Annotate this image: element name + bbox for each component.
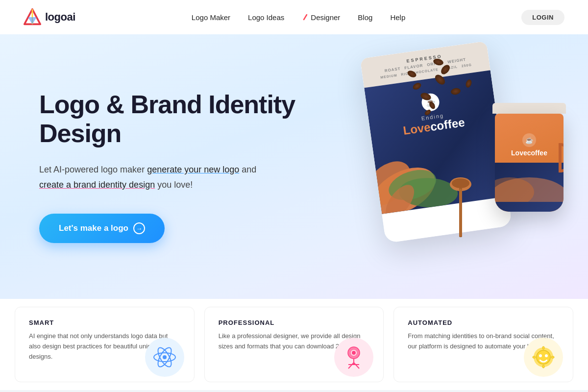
cta-button[interactable]: Let's make a logo → [39,214,165,243]
bag-logo-area: ☕ Ending Lovecoffee [375,81,489,142]
feature-smart-tag: SMART [29,319,180,326]
login-button[interactable]: LOGIN [521,10,564,25]
svg-rect-12 [459,188,462,237]
coffee-scoop [446,174,475,245]
cup-logo: ☕ Lovecoffee [495,133,564,157]
gear-face-icon [530,344,557,370]
feature-card-professional: PROFESSIONAL Like a professional designe… [204,307,384,382]
cup-body: ☕ Lovecoffee [495,114,564,212]
nav-logo-ideas[interactable]: Logo Ideas [248,13,284,22]
feature-card-automated: AUTOMATED From matching identities to on… [393,307,573,382]
feature-auto-icon-area [524,338,563,377]
svg-point-10 [452,178,469,188]
cup-lid [492,103,566,114]
hero-section: Logo & Brand Identity Design Let AI-powe… [0,34,588,299]
features-section: SMART AI engine that not only understand… [0,299,588,390]
svg-line-3 [304,15,307,20]
feature-smart-icon-area [145,338,184,377]
svg-rect-33 [551,356,554,358]
cup-handle [559,143,564,172]
svg-line-23 [348,363,354,368]
hero-link-brand[interactable]: create a brand identity design [39,180,155,190]
bag-body: ☕ Ending Lovecoffee [364,70,508,214]
product-cup: ☕ Lovecoffee [490,103,568,230]
logo-icon [24,8,41,26]
feature-auto-tag: AUTOMATED [408,319,559,326]
header: logoai Logo Maker Logo Ideas Designer Bl… [0,0,588,34]
hero-subtitle: Let AI-powered logo maker generate your … [39,162,314,192]
svg-point-15 [163,355,167,359]
cup-logo-circle: ☕ [522,133,536,147]
designer-slash-icon [302,14,309,21]
feature-pro-icon-area [334,338,373,377]
hero-product-images: ESPRESSO ROASTFLAVORORIGINWEIGHT MEDIUMR… [274,34,588,299]
svg-line-24 [354,363,359,368]
cta-arrow-icon: → [133,222,145,234]
svg-marker-2 [28,17,37,24]
logo[interactable]: logoai [24,8,75,26]
feature-card-smart: SMART AI engine that not only understand… [15,307,195,382]
feature-pro-tag: PROFESSIONAL [219,319,370,326]
scoop-svg [446,174,475,243]
cup-deco-svg [495,163,564,202]
nav-designer[interactable]: Designer [302,13,340,22]
hero-content: Logo & Brand Identity Design Let AI-powe… [39,90,314,244]
product-bag: ESPRESSO ROASTFLAVORORIGINWEIGHT MEDIUMR… [360,41,512,243]
nav-help[interactable]: Help [390,13,405,22]
nav-blog[interactable]: Blog [358,13,372,22]
svg-rect-31 [542,365,544,368]
logo-text: logoai [45,11,75,24]
svg-point-28 [539,354,542,357]
svg-point-25 [352,351,356,355]
main-nav: Logo Maker Logo Ideas Designer Blog Help [192,13,405,22]
hero-title: Logo & Brand Identity Design [39,90,314,149]
hero-link-generate[interactable]: generate your new logo [147,165,239,174]
svg-rect-32 [533,356,536,358]
atom-icon [151,343,178,371]
svg-rect-30 [542,346,544,349]
design-tool-icon [341,344,367,370]
nav-logo-maker[interactable]: Logo Maker [192,13,230,22]
svg-point-29 [545,354,548,357]
cup-brand-text: Lovecoffee [495,149,564,157]
